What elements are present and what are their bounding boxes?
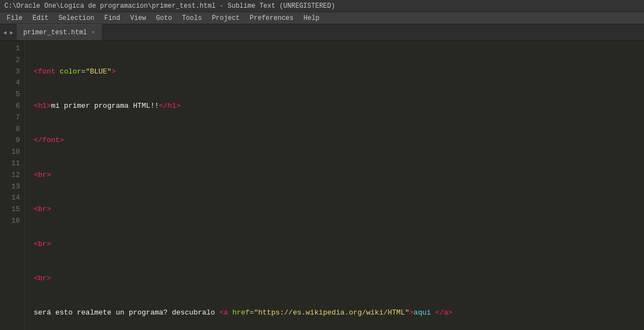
line-num-11: 11 (7, 158, 20, 170)
menu-goto[interactable]: Goto (152, 13, 176, 23)
menu-view[interactable]: View (126, 13, 150, 23)
tab-primer-test[interactable]: primer_test.html × (17, 24, 102, 40)
menu-file[interactable]: File (2, 13, 27, 23)
tab-close-button[interactable]: × (91, 29, 95, 36)
line-num-13: 13 (7, 181, 20, 193)
menu-preferences[interactable]: Preferences (245, 13, 298, 23)
menu-project[interactable]: Project (207, 13, 244, 23)
menu-edit[interactable]: Edit (28, 13, 53, 23)
menu-find[interactable]: Find (100, 13, 124, 23)
line-numbers: 1 2 3 4 5 6 7 8 9 10 11 12 13 14 15 16 (0, 41, 25, 330)
code-line-2: <h1>mi primer programa HTML!!</h1> (34, 101, 644, 112)
line-num-16: 16 (7, 216, 20, 227)
line-num-14: 14 (7, 192, 20, 204)
tab-nav-right[interactable]: ▶ (9, 29, 14, 36)
code-line-6: <br> (34, 239, 644, 250)
code-line-8: será esto realmete un programa? descubra… (34, 307, 644, 319)
line-num-8: 8 (7, 124, 20, 135)
code-line-4: <br> (34, 170, 644, 181)
line-num-12: 12 (7, 170, 20, 181)
menu-selection[interactable]: Selection (54, 13, 99, 23)
menu-bar: File Edit Selection Find View Goto Tools… (0, 12, 644, 24)
line-num-3: 3 (7, 66, 20, 78)
code-line-3: </font> (34, 135, 644, 146)
title-text: C:\Oracle One\Logica de programacion\pri… (4, 2, 335, 10)
editor-area: 1 2 3 4 5 6 7 8 9 10 11 12 13 14 15 16 <… (0, 41, 644, 330)
title-bar: C:\Oracle One\Logica de programacion\pri… (0, 0, 644, 12)
tab-label: primer_test.html (23, 29, 87, 36)
line-num-10: 10 (7, 146, 20, 158)
tab-bar: ◀ ▶ primer_test.html × (0, 24, 644, 41)
line-num-6: 6 (7, 101, 20, 112)
menu-tools[interactable]: Tools (178, 13, 206, 23)
tab-navigation: ◀ ▶ (0, 24, 17, 40)
line-num-9: 9 (7, 135, 20, 146)
code-line-1: <font color="BLUE"> (34, 66, 644, 78)
menu-help[interactable]: Help (299, 13, 324, 23)
code-line-7: <br> (34, 273, 644, 285)
line-num-15: 15 (7, 204, 20, 216)
line-num-7: 7 (7, 112, 20, 124)
line-num-1: 1 (7, 43, 20, 55)
code-content[interactable]: <font color="BLUE"> <h1>mi primer progra… (25, 41, 644, 330)
tab-nav-left[interactable]: ◀ (2, 29, 8, 36)
code-line-5: <br> (34, 204, 644, 216)
line-num-5: 5 (7, 89, 20, 101)
line-num-2: 2 (7, 55, 20, 66)
line-num-4: 4 (7, 77, 20, 89)
